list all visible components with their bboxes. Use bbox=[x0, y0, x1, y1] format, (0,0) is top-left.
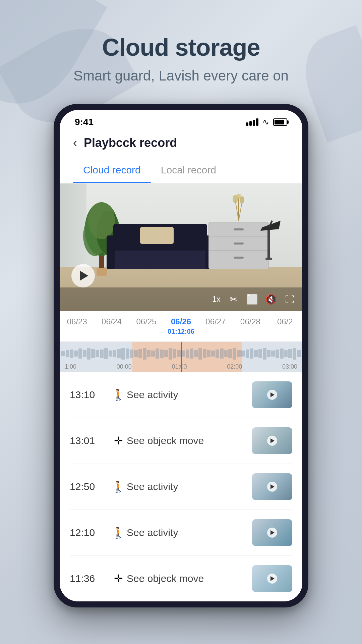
door bbox=[60, 183, 86, 267]
date-06-23[interactable]: 06/23 bbox=[60, 317, 94, 335]
app-title: Playbcck record bbox=[84, 136, 177, 150]
activity-item-1[interactable]: 13:10 🚶 See activity bbox=[70, 372, 292, 418]
date-06-27[interactable]: 06/27 bbox=[198, 317, 233, 335]
svg-line-8 bbox=[239, 202, 242, 221]
activity-time-3: 12:50 bbox=[70, 481, 110, 492]
thumb-play-4[interactable] bbox=[267, 528, 277, 538]
video-controls-bar: 1x ✂ ⬜ 🔇 ⛶ bbox=[60, 287, 302, 311]
activity-item-5[interactable]: 11:36 ✛ See objeck move bbox=[70, 556, 292, 601]
status-time: 9:41 bbox=[75, 117, 94, 127]
scrubber-label-5: 03:00 bbox=[282, 363, 297, 370]
thumb-play-5[interactable] bbox=[267, 574, 277, 584]
phone-screen: 9:41 ∿ ‹ Playbcck record bbox=[60, 110, 302, 601]
activity-item-2[interactable]: 13:01 ✛ See objeck move bbox=[70, 418, 292, 464]
date-06-28[interactable]: 06/28 bbox=[233, 317, 267, 335]
date-06-25[interactable]: 06/25 bbox=[129, 317, 164, 335]
activity-thumb-2[interactable] bbox=[252, 427, 292, 454]
picture-in-picture-icon[interactable]: ⬜ bbox=[246, 293, 258, 305]
activity-thumb-4[interactable] bbox=[252, 519, 292, 546]
thumb-play-1[interactable] bbox=[267, 390, 277, 400]
activity-thumb-5[interactable] bbox=[252, 565, 292, 592]
scrubber-label-4: 02:00 bbox=[227, 363, 242, 370]
svg-point-11 bbox=[240, 196, 244, 204]
svg-line-6 bbox=[235, 201, 239, 221]
svg-rect-13 bbox=[267, 227, 270, 259]
tab-cloud-record[interactable]: Cloud record bbox=[73, 157, 151, 183]
status-icons: ∿ bbox=[246, 117, 287, 127]
sofa bbox=[113, 224, 200, 269]
date-time-label: 01:12:06 bbox=[164, 328, 198, 335]
scrubber-needle bbox=[181, 342, 182, 372]
mute-icon[interactable]: 🔇 bbox=[265, 293, 277, 305]
activity-desc-3: See activity bbox=[127, 481, 252, 492]
scrubber-label-3: 01:00 bbox=[172, 363, 187, 370]
activity-desc-2: See objeck move bbox=[127, 435, 252, 446]
date-06-2x[interactable]: 06/2 bbox=[268, 317, 302, 335]
svg-point-4 bbox=[88, 202, 115, 239]
activity-desc-4: See activity bbox=[127, 527, 252, 538]
app-header: ‹ Playbcck record bbox=[60, 131, 302, 157]
thumb-play-2[interactable] bbox=[267, 436, 277, 446]
back-button[interactable]: ‹ bbox=[73, 136, 77, 150]
video-player: 1x ✂ ⬜ 🔇 ⛶ bbox=[60, 183, 302, 311]
scissors-icon[interactable]: ✂ bbox=[227, 293, 239, 305]
fullscreen-icon[interactable]: ⛶ bbox=[284, 293, 296, 305]
activity-item-3[interactable]: 12:50 🚶 See activity bbox=[70, 464, 292, 510]
page-background-subtitle: Smart guard, Lavish every care on bbox=[73, 68, 289, 84]
activity-time-2: 13:01 bbox=[70, 435, 110, 446]
activity-icon-person-3: 🚶 bbox=[110, 480, 127, 493]
play-icon bbox=[80, 271, 88, 281]
activity-time-5: 11:36 bbox=[70, 573, 110, 584]
activity-thumb-1[interactable] bbox=[252, 381, 292, 408]
activity-time-1: 13:10 bbox=[70, 389, 110, 400]
date-bar: 06/23 06/24 06/25 06/26 01:12:06 06/27 0… bbox=[60, 311, 302, 342]
activity-icon-move-2: ✛ bbox=[110, 434, 127, 447]
timeline-scrubber[interactable]: // Generate waveform bars inline const h… bbox=[60, 342, 302, 372]
activity-thumb-3[interactable] bbox=[252, 473, 292, 500]
date-06-24[interactable]: 06/24 bbox=[94, 317, 129, 335]
play-button[interactable] bbox=[71, 264, 95, 287]
activity-list: 13:10 🚶 See activity 13:01 bbox=[60, 372, 302, 601]
page-header: Cloud storage Smart guard, Lavish every … bbox=[73, 34, 289, 84]
thumb-play-3[interactable] bbox=[267, 482, 277, 492]
tab-local-record[interactable]: Local record bbox=[151, 157, 226, 183]
phone-frame: 9:41 ∿ ‹ Playbcck record bbox=[54, 104, 308, 607]
activity-icon-person-1: 🚶 bbox=[110, 388, 127, 401]
date-06-26[interactable]: 06/26 01:12:06 bbox=[164, 317, 198, 335]
activity-desc-5: See objeck move bbox=[127, 573, 252, 584]
phone-container: 9:41 ∿ ‹ Playbcck record bbox=[54, 104, 308, 607]
scrubber-label-1: 1:00 bbox=[65, 363, 76, 370]
signal-icon bbox=[246, 118, 258, 126]
scrubber-label-2: 00:00 bbox=[117, 363, 132, 370]
activity-time-4: 12:10 bbox=[70, 527, 110, 538]
activity-icon-move-5: ✛ bbox=[110, 572, 127, 585]
status-bar: 9:41 ∿ bbox=[60, 110, 302, 131]
activity-icon-person-4: 🚶 bbox=[110, 526, 127, 539]
wifi-icon: ∿ bbox=[262, 117, 269, 127]
activity-item-4[interactable]: 12:10 🚶 See activity bbox=[70, 510, 292, 556]
floor-lamp bbox=[255, 211, 282, 269]
svg-rect-5 bbox=[97, 268, 107, 276]
battery-icon bbox=[273, 118, 287, 126]
page-background-title: Cloud storage bbox=[73, 34, 289, 61]
speed-label[interactable]: 1x bbox=[212, 294, 221, 304]
tabs-container: Cloud record Local record bbox=[60, 157, 302, 183]
activity-desc-1: See activity bbox=[127, 389, 252, 400]
